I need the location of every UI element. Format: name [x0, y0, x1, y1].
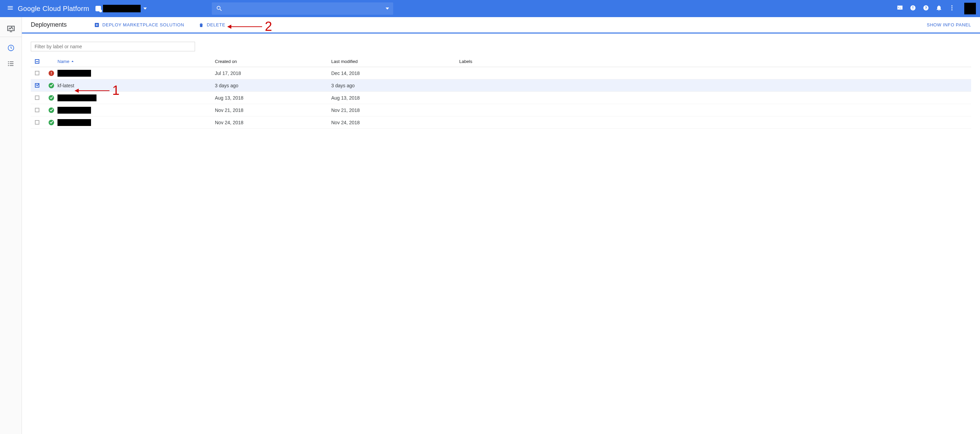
delete-label: DELETE [207, 22, 225, 27]
svg-rect-15 [10, 65, 13, 66]
row-name[interactable] [57, 107, 215, 113]
status-error-icon [49, 70, 54, 76]
row-name[interactable] [57, 70, 215, 77]
page-title: Deployments [31, 21, 67, 29]
row-created: Jul 17, 2018 [215, 70, 331, 76]
row-modified: Nov 21, 2018 [331, 107, 459, 113]
filter-input[interactable] [31, 42, 195, 51]
sort-ascending-icon [71, 60, 74, 63]
top-icon-bar: ? [897, 3, 976, 14]
brand-label: Google Cloud Platform [18, 5, 89, 13]
trash-icon [199, 22, 204, 28]
menu-icon[interactable] [4, 2, 16, 15]
rail-deployments-icon[interactable] [0, 41, 22, 55]
column-created-label: Created on [215, 59, 331, 64]
table-row[interactable]: Aug 13, 2018Aug 13, 2018 [31, 92, 971, 104]
row-name[interactable]: kf-latest [57, 83, 215, 88]
row-name-redacted [57, 119, 91, 126]
row-checkbox[interactable] [35, 96, 39, 100]
plus-icon [94, 22, 100, 28]
column-labels-label: Labels [459, 59, 967, 64]
toolbar: Deployments DEPLOY MARKETPLACE SOLUTION … [22, 17, 980, 34]
notifications-icon[interactable] [935, 5, 942, 13]
row-checkbox[interactable] [35, 71, 39, 75]
row-name[interactable] [57, 119, 215, 126]
column-name-sort[interactable]: Name [57, 59, 74, 64]
row-created: Nov 21, 2018 [215, 107, 331, 113]
table-row[interactable]: Nov 24, 2018Nov 24, 2018 [31, 116, 971, 129]
row-modified: 3 days ago [331, 83, 459, 88]
svg-point-14 [8, 65, 9, 66]
svg-point-5 [951, 5, 952, 6]
svg-text:?: ? [925, 6, 927, 10]
svg-point-10 [8, 61, 9, 62]
row-name-redacted [57, 94, 97, 101]
left-rail [0, 17, 22, 434]
svg-rect-13 [10, 63, 13, 64]
svg-point-7 [951, 9, 952, 10]
status-ok-icon [49, 120, 54, 125]
row-checkbox[interactable] [35, 83, 39, 88]
search-caret-icon [386, 8, 389, 10]
rail-section-icon[interactable] [0, 21, 22, 37]
alert-icon[interactable] [910, 5, 916, 13]
column-modified-label: Last modified [331, 59, 459, 64]
more-icon[interactable] [948, 5, 955, 13]
row-name-redacted [57, 107, 91, 113]
row-modified: Aug 13, 2018 [331, 95, 459, 101]
deploy-label: DEPLOY MARKETPLACE SOLUTION [102, 22, 184, 27]
table-header: Name Created on Last modified Labels [31, 56, 971, 67]
svg-rect-2 [913, 9, 913, 10]
table-row[interactable]: Jul 17, 2018Dec 14, 2018 [31, 67, 971, 80]
caret-down-icon [143, 8, 147, 10]
help-icon[interactable]: ? [923, 5, 929, 13]
row-modified: Nov 24, 2018 [331, 120, 459, 125]
deployments-table: Name Created on Last modified Labels Jul… [31, 56, 971, 129]
account-avatar-redacted[interactable] [964, 3, 976, 14]
row-modified: Dec 14, 2018 [331, 70, 459, 76]
row-checkbox[interactable] [35, 120, 39, 124]
status-ok-icon [49, 83, 54, 88]
table-row[interactable]: Nov 21, 2018Nov 21, 2018 [31, 104, 971, 116]
project-picker[interactable] [95, 5, 147, 12]
delete-button[interactable]: DELETE [199, 22, 225, 28]
cloud-shell-icon[interactable] [897, 5, 904, 13]
row-checkbox[interactable] [35, 108, 39, 112]
top-appbar: Google Cloud Platform ? [0, 0, 980, 17]
row-created: Aug 13, 2018 [215, 95, 331, 101]
row-name-redacted [57, 70, 91, 77]
search-input[interactable] [212, 2, 393, 15]
search-icon [216, 5, 223, 12]
header-checkbox-partial[interactable] [35, 59, 39, 64]
row-created: Nov 24, 2018 [215, 120, 331, 125]
status-ok-icon [49, 107, 54, 113]
status-ok-icon [49, 95, 54, 101]
show-info-panel-button[interactable]: SHOW INFO PANEL [927, 22, 971, 27]
content-area: Deployments DEPLOY MARKETPLACE SOLUTION … [22, 17, 980, 434]
svg-rect-11 [10, 62, 13, 62]
project-icon [95, 6, 101, 11]
deploy-marketplace-button[interactable]: DEPLOY MARKETPLACE SOLUTION [94, 22, 184, 28]
table-row[interactable]: kf-latest3 days ago3 days ago [31, 80, 971, 92]
svg-point-12 [8, 63, 9, 64]
column-name-label: Name [57, 59, 70, 64]
svg-point-6 [951, 7, 952, 8]
row-name[interactable] [57, 94, 215, 101]
rail-list-icon[interactable] [0, 57, 22, 70]
row-created: 3 days ago [215, 83, 331, 88]
project-name-redacted [103, 5, 141, 12]
svg-rect-1 [913, 6, 913, 8]
